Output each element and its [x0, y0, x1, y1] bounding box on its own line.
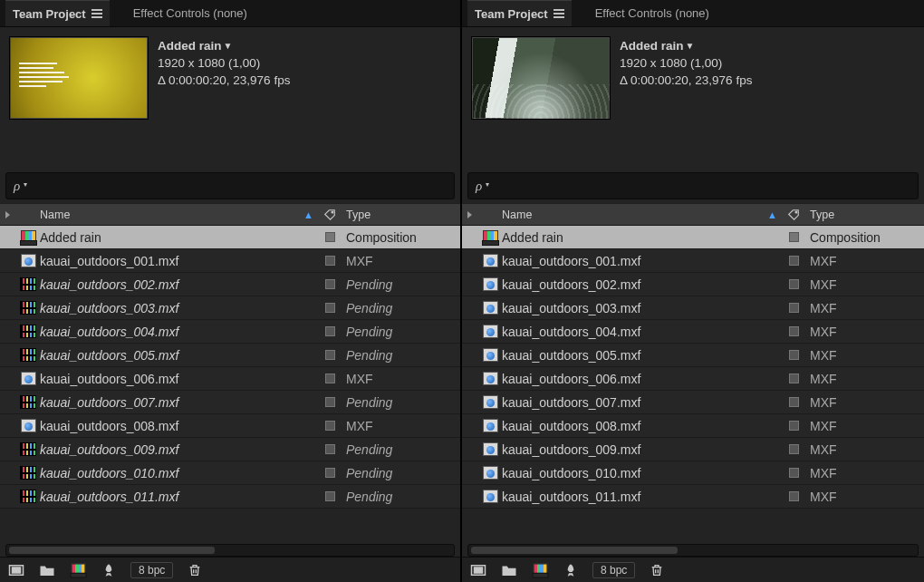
file-name: kauai_outdoors_002.mxf	[502, 277, 640, 292]
table-row[interactable]: kauai_outdoors_006.mxf MXF	[462, 367, 924, 391]
svg-point-3	[795, 211, 797, 213]
search-input[interactable]: ρ▾	[5, 172, 455, 199]
color-label[interactable]	[789, 468, 799, 478]
table-row[interactable]: kauai_outdoors_005.mxf Pending	[0, 344, 460, 367]
color-label[interactable]	[325, 397, 335, 407]
table-row[interactable]: kauai_outdoors_006.mxf MXF	[0, 367, 460, 391]
table-row[interactable]: kauai_outdoors_003.mxf Pending	[0, 296, 460, 320]
file-name: kauai_outdoors_001.mxf	[502, 254, 640, 268]
bit-depth-button[interactable]: 8 bpc	[130, 562, 173, 578]
table-row[interactable]: kauai_outdoors_002.mxf Pending	[0, 273, 460, 296]
file-type: MXF	[810, 490, 837, 504]
color-label[interactable]	[789, 421, 799, 431]
table-row[interactable]: kauai_outdoors_008.mxf MXF	[462, 414, 924, 438]
svg-rect-2	[13, 567, 21, 573]
file-name: kauai_outdoors_008.mxf	[502, 419, 640, 433]
file-name: kauai_outdoors_002.mxf	[40, 277, 178, 292]
table-row[interactable]: kauai_outdoors_001.mxf MXF	[0, 249, 460, 273]
tab-effect-controls[interactable]: Effect Controls (none)	[126, 0, 255, 26]
table-row[interactable]: kauai_outdoors_005.mxf MXF	[462, 344, 924, 367]
table-row[interactable]: kauai_outdoors_007.mxf Pending	[0, 391, 460, 414]
bit-depth-button[interactable]: 8 bpc	[592, 562, 635, 578]
delete-icon[interactable]	[186, 563, 204, 577]
color-label[interactable]	[789, 373, 799, 383]
sort-asc-icon: ▲	[303, 209, 313, 220]
file-name: Added rain	[502, 230, 563, 245]
table-row[interactable]: kauai_outdoors_002.mxf MXF	[462, 273, 924, 296]
column-type[interactable]: Type	[804, 209, 920, 221]
table-row[interactable]: kauai_outdoors_009.mxf Pending	[0, 438, 460, 461]
project-table: Name ▲ Type Added rain Composition k	[462, 203, 924, 542]
table-row[interactable]: kauai_outdoors_009.mxf MXF	[462, 438, 924, 461]
new-folder-icon[interactable]	[500, 563, 518, 577]
project-settings-icon[interactable]	[562, 563, 580, 577]
table-row[interactable]: kauai_outdoors_008.mxf MXF	[0, 414, 460, 438]
color-label[interactable]	[789, 397, 799, 407]
table-row[interactable]: Added rain Composition	[462, 226, 924, 249]
file-type: Pending	[346, 277, 392, 292]
search-input[interactable]: ρ▾	[467, 172, 919, 199]
composition-thumbnail[interactable]	[9, 36, 149, 120]
table-row[interactable]: kauai_outdoors_001.mxf MXF	[462, 249, 924, 273]
color-label[interactable]	[325, 326, 335, 336]
table-row[interactable]: kauai_outdoors_004.mxf Pending	[0, 320, 460, 344]
color-label[interactable]	[789, 232, 799, 242]
table-row[interactable]: kauai_outdoors_004.mxf MXF	[462, 320, 924, 344]
table-row[interactable]: Added rain Composition	[0, 226, 460, 249]
color-label[interactable]	[325, 421, 335, 431]
color-label[interactable]	[789, 326, 799, 336]
project-settings-icon[interactable]	[100, 563, 118, 577]
tab-team-project[interactable]: Team Project	[467, 0, 572, 26]
column-type[interactable]: Type	[341, 209, 457, 221]
color-label[interactable]	[789, 491, 799, 501]
color-label[interactable]	[325, 256, 335, 266]
color-label[interactable]	[325, 232, 335, 242]
new-comp-icon[interactable]	[531, 563, 549, 577]
column-label[interactable]	[319, 209, 341, 221]
composition-thumbnail[interactable]	[471, 36, 611, 120]
color-label[interactable]	[325, 279, 335, 289]
expand-all-icon[interactable]	[5, 211, 10, 218]
panel-menu-icon[interactable]	[553, 9, 564, 18]
tab-label: Team Project	[475, 7, 548, 21]
table-header: Name ▲ Type	[0, 203, 460, 226]
table-row[interactable]: kauai_outdoors_007.mxf MXF	[462, 391, 924, 414]
search-icon: ρ	[476, 179, 482, 194]
chevron-down-icon: ▾	[486, 180, 489, 189]
color-label[interactable]	[789, 279, 799, 289]
color-label[interactable]	[325, 491, 335, 501]
column-name[interactable]: Name ▲	[38, 209, 319, 221]
file-name: kauai_outdoors_009.mxf	[502, 442, 640, 457]
color-label[interactable]	[789, 303, 799, 313]
table-row[interactable]: kauai_outdoors_010.mxf Pending	[0, 461, 460, 485]
color-label[interactable]	[789, 444, 799, 454]
table-row[interactable]: kauai_outdoors_011.mxf MXF	[462, 485, 924, 509]
new-comp-icon[interactable]	[69, 563, 87, 577]
composition-name[interactable]: Added rain▼	[620, 38, 752, 55]
table-row[interactable]: kauai_outdoors_003.mxf MXF	[462, 296, 924, 320]
horizontal-scrollbar[interactable]	[467, 544, 919, 557]
composition-name[interactable]: Added rain▼	[158, 38, 290, 55]
tab-effect-controls[interactable]: Effect Controls (none)	[588, 0, 717, 26]
table-row[interactable]: kauai_outdoors_011.mxf Pending	[0, 485, 460, 509]
tab-team-project[interactable]: Team Project	[5, 0, 110, 26]
expand-all-icon[interactable]	[467, 211, 472, 218]
color-label[interactable]	[325, 350, 335, 360]
color-label[interactable]	[325, 373, 335, 383]
panel-menu-icon[interactable]	[91, 9, 102, 18]
color-label[interactable]	[789, 256, 799, 266]
interpret-footage-icon[interactable]	[469, 563, 487, 577]
file-type: MXF	[810, 277, 837, 292]
table-row[interactable]: kauai_outdoors_010.mxf MXF	[462, 461, 924, 485]
color-label[interactable]	[325, 303, 335, 313]
new-folder-icon[interactable]	[38, 563, 56, 577]
color-label[interactable]	[325, 468, 335, 478]
file-type-icon	[21, 254, 36, 267]
color-label[interactable]	[789, 350, 799, 360]
horizontal-scrollbar[interactable]	[5, 544, 455, 557]
delete-icon[interactable]	[648, 563, 666, 577]
color-label[interactable]	[325, 444, 335, 454]
column-name[interactable]: Name ▲	[500, 209, 783, 221]
interpret-footage-icon[interactable]	[7, 563, 25, 577]
column-label[interactable]	[783, 209, 804, 221]
